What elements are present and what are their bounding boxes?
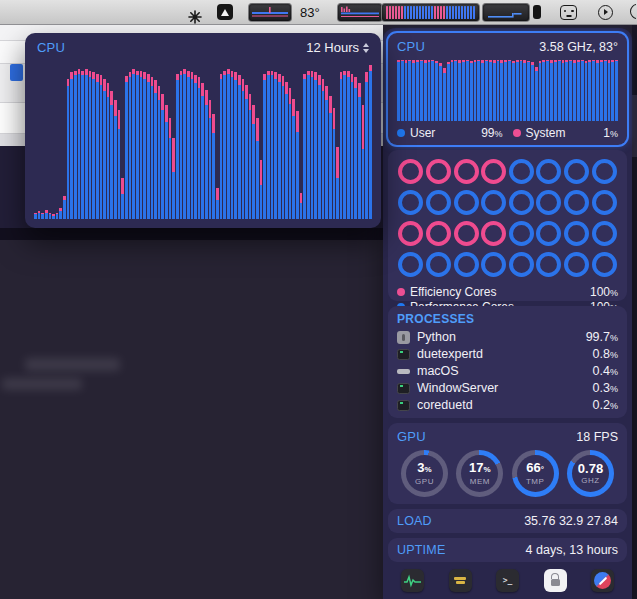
mini-cpu-bar [419,6,421,19]
usage-bar [263,63,266,219]
usage-bar [600,59,603,121]
cpu-bars-widget[interactable] [381,3,480,22]
user-segment [245,99,248,219]
usage-bar [401,59,404,121]
uptime-title: UPTIME [397,543,445,557]
user-segment [408,61,411,121]
user-segment [592,61,595,121]
temperature-text: 83° [300,5,320,20]
efficiency-core-ring [481,159,506,184]
panel-app-dock: >_ [388,567,627,594]
process-row[interactable]: macOS0.4% [397,364,618,379]
process-row[interactable]: duetexpertd0.8% [397,347,618,362]
cores-card[interactable]: Efficiency Cores100%Performance Cores100… [388,150,627,301]
usage-bar [118,63,121,219]
clipped-icon[interactable] [630,4,636,19]
spike-graph-widget[interactable] [337,3,383,22]
load-card[interactable]: LOAD 35.76 32.9 27.84 [388,509,627,533]
triangle-app-icon[interactable] [217,4,233,20]
system-segment [242,79,245,91]
mini-cpu-bar [422,6,424,19]
daemon-terminal-icon [397,383,410,394]
line-graph-widget[interactable] [248,3,292,22]
usage-bar [256,63,259,219]
user-segment [520,61,523,121]
process-row[interactable]: WindowServer0.3% [397,381,618,396]
processes-card[interactable]: PROCESSES Python99.7%duetexpertd0.8%macO… [388,306,627,418]
user-segment [611,62,614,121]
daemon-terminal-icon [397,349,410,360]
system-segment [118,110,121,129]
usage-bar [209,63,212,219]
process-cpu-value: 0.8% [593,347,618,361]
starburst-icon[interactable] [188,5,202,29]
usage-bar [78,63,81,219]
legend-item: System1% [503,126,619,140]
process-row[interactable]: Python99.7% [397,330,618,345]
legend-label: Efficiency Cores [410,285,496,299]
usage-bar [497,59,500,121]
user-segment [252,124,255,219]
usage-bar [397,59,400,121]
usage-bar [531,59,534,121]
system-segment [161,94,164,110]
activity-waveform-app-icon[interactable] [401,569,424,592]
yellow-text-app-icon[interactable] [449,569,472,592]
white-lock-app-icon[interactable] [544,569,567,592]
user-segment [183,74,186,219]
usage-bar [439,59,442,121]
battery-icon[interactable] [533,5,541,19]
efficiency-core-ring [481,221,506,246]
usage-bar [136,63,139,219]
usage-bar [296,63,299,219]
mini-cpu-bar [446,6,448,19]
usage-bar [100,63,103,219]
usage-bar [63,63,66,219]
mini-cpu-bar [416,6,418,19]
usage-bar [212,63,215,219]
system-segment [292,99,295,116]
usage-bar [615,59,618,121]
mini-cpu-bar [392,6,394,19]
temperature-menu-item[interactable]: 83° [300,0,320,24]
usage-bar [604,59,607,121]
gpu-card[interactable]: GPU 18 FPS 3%GPU17%MEM66°TMP0.78GHZ [388,423,627,504]
terminal-app-icon[interactable]: >_ [496,569,519,592]
user-segment [154,93,157,219]
user-segment [573,63,576,121]
play-circle-icon[interactable] [598,5,613,20]
outlet-icon[interactable] [560,5,577,20]
user-segment [34,214,37,219]
legend-value: 1% [603,126,618,140]
blurred-desktop-text [2,378,82,390]
usage-bar [354,63,357,219]
user-segment [500,63,503,121]
gauge-inner: 17%MEM [461,455,498,492]
system-segment [252,105,255,124]
cpu-card[interactable]: CPU 3.58 GHz, 83° User99%System1% [388,33,627,145]
performance-core-ring [398,252,423,277]
mini-cpu-bar [470,6,472,19]
process-row[interactable]: coreduetd0.2% [397,398,618,413]
performance-core-ring [426,252,451,277]
time-range-selector[interactable]: 12 Hours [306,40,369,55]
memory-graph-widget[interactable] [482,3,530,22]
usage-bar [535,59,538,121]
usage-bar [260,63,263,219]
mini-cpu-bar [467,6,469,19]
user-segment [493,63,496,121]
gauge-inner: 3%GPU [406,455,443,492]
efficiency-core-ring [454,159,479,184]
cpu-history-window: CPU 12 Hours [25,33,381,228]
uptime-card[interactable]: UPTIME 4 days, 13 hours [388,538,627,562]
usage-bar [74,63,77,219]
usage-bar [103,63,106,219]
user-segment [49,214,52,219]
usage-bar [340,63,343,219]
user-segment [223,75,226,219]
usage-bar [329,63,332,219]
usage-bar [365,63,368,219]
system-segment [256,118,259,141]
user-segment [198,88,201,219]
compass-browser-app-icon[interactable] [591,569,614,592]
